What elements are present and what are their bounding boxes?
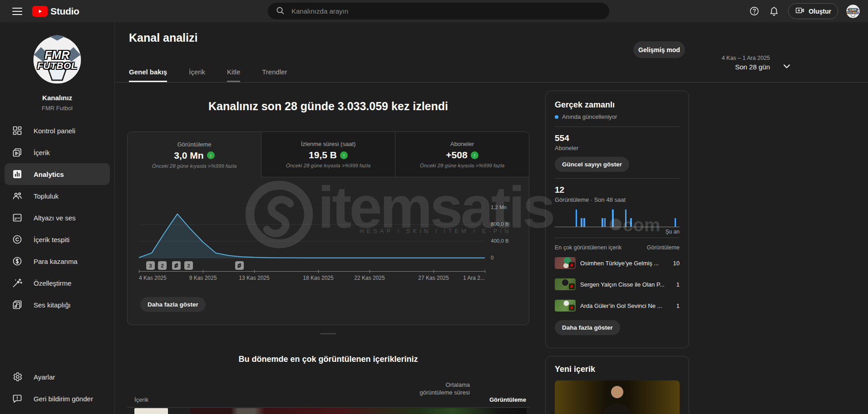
main-area: Kanal analizi Gelişmiş mod 4 Kas – 1 Ara… [115,22,868,414]
date-range: 4 Kas – 1 Ara 2025 [722,55,770,61]
shorts-icon [569,283,575,289]
video-thumbnail [555,278,576,290]
table-divider [127,407,529,408]
sidebar-item-para-kazanma[interactable]: Para kazanma [0,250,114,272]
tab-trendler[interactable]: Trendler [262,68,287,82]
sidebar-item-topluluk[interactable]: Topluluk [0,185,114,207]
up-arrow-icon: ↑ [340,151,348,159]
shorts-icon[interactable] [172,261,181,270]
views-48h-count: 12 [555,185,680,195]
sidebar-item-label: Ses kitaplığı [34,301,71,309]
realtime-list-item[interactable]: Arda Güler’in Gol Sevinci Ne ... 1 [555,297,680,315]
page-header: Kanal analizi Gelişmiş mod 4 Kas – 1 Ara… [115,22,868,83]
sidebar-item-label: Ayarlar [34,373,55,381]
sidebar-item-kontrol-paneli[interactable]: Kontrol paneli [0,120,114,141]
video-title: Arda Güler’in Gol Sevinci Ne ... [580,302,672,309]
realtime-bar [630,218,632,227]
sidebar-item-geri-bildirim-g-nder[interactable]: Geri bildirim gönder [0,388,114,409]
account-avatar[interactable]: FMR FUTBOL [846,5,860,18]
help-button[interactable] [748,5,760,17]
sidebar-item-i-erik[interactable]: İçerik [0,141,114,163]
metric-tab-g-r-nt-leme[interactable]: Görüntüleme 3,0 Mn ↑ Önceki 28 güne kıya… [128,132,261,177]
top-bar: Studio Oluştur [0,0,868,22]
settings-icon [12,371,23,382]
realtime-list-item[interactable]: Sergen Yalçın Cisse ile Olan P... 1 [555,275,680,293]
sidebar-item-i-erik-tespiti[interactable]: İçerik tespiti [0,229,114,250]
views-line-chart[interactable] [139,208,485,258]
video-published-marker[interactable]: 2 [184,261,193,270]
x-axis-tick [254,270,255,273]
realtime-bar [604,218,606,227]
brand-text: Studio [50,6,79,17]
column-header-views[interactable]: Görüntüleme [489,396,526,403]
metric-tab-i-zlenme-s-resi-saat[interactable]: İzlenme süresi (saat) 19,5 B ↑ Önceki 28… [261,132,395,177]
x-axis-line [139,271,485,272]
metric-tabs: Görüntüleme 3,0 Mn ↑ Önceki 28 güne kıya… [128,132,529,177]
x-axis-tick [139,270,139,273]
table-row[interactable] [191,408,527,414]
video-published-marker[interactable]: 2 [158,261,167,270]
page-title: Kanal analizi [129,31,197,44]
create-button[interactable]: Oluştur [788,3,838,19]
youtube-studio-analytics: Studio Oluştur [0,0,868,414]
sidebar-item-analytics[interactable]: Analytics [5,163,110,185]
date-range-selector[interactable]: 4 Kas – 1 Ara 2025 Son 28 gün [722,55,770,71]
y-axis-label: 400,0 B [491,238,509,244]
youtube-studio-logo[interactable]: Studio [32,6,79,17]
x-axis-label: 13 Kas 2025 [239,275,269,281]
live-status: Anında güncelleniyor [555,113,680,120]
sidebar-item-label: İçerik [34,149,50,156]
search-input[interactable] [291,7,602,15]
sidebar-item-altyaz-ve-ses[interactable]: Altyazı ve ses [0,207,114,229]
topbar-actions: Oluştur FMR FUTBOL [748,0,860,22]
tab-genel-bak[interactable]: Genel bakış [129,68,167,82]
video-published-marker[interactable]: 3 [146,261,155,270]
sidebar-item-label: Özelleştirme [34,279,71,287]
tab-i-erik[interactable]: İçerik [189,68,205,82]
video-thumbnail[interactable]: @FMRFutbol Ersini çağırdım sonra oturdu … [555,380,680,414]
sidebar-item-ses-kitapl[interactable]: Ses kitaplığı [0,294,114,316]
video-views: 1 [676,281,680,288]
menu-icon[interactable] [12,8,22,15]
realtime-list-item[interactable]: Osimhen Türkiye’ye Gelmiş ... 10 [555,254,680,272]
show-live-count-button[interactable]: Güncel sayıyı göster [555,157,629,172]
advanced-mode-button[interactable]: Gelişmiş mod [633,41,685,58]
content-area: Kanalınız son 28 günde 3.033.059 kez izl… [115,83,868,414]
video-views: 1 [676,302,680,309]
video-views: 10 [673,260,680,267]
up-arrow-icon: ↑ [471,151,478,159]
realtime-bar [581,218,582,227]
metric-value: 3,0 Mn [174,150,203,161]
avatar-text-line1: FMR [849,8,857,11]
analytics-icon [12,169,23,180]
sidebar-item-ayarlar[interactable]: Ayarlar [0,366,114,388]
search-bar[interactable] [268,3,609,19]
youtube-logo-icon [32,6,48,17]
column-header-content[interactable]: İçerik [134,396,148,403]
subscriber-label: Aboneler [555,145,680,151]
avatar-text-line1: FMR [44,49,70,61]
chevron-down-icon[interactable] [781,60,793,74]
sidebar-item-zelle-tirme[interactable]: Özelleştirme [0,272,114,294]
shorts-icon[interactable] [235,261,244,270]
copyright-icon [12,234,23,245]
x-axis-label: 1 Ara 2... [463,275,485,281]
subscriber-count: 554 [555,133,680,143]
show-more-button[interactable]: Daha fazla göster [140,297,206,312]
community-icon [12,190,23,201]
top-content-title: Bu dönemde en çok görüntülenen içerikler… [127,355,529,364]
tab-kitle[interactable]: Kitle [227,68,240,82]
metric-tab-aboneler[interactable]: Aboneler +508 ↑ Önceki 28 güne kıyasla >… [395,132,529,177]
x-axis-tick [434,270,434,273]
column-header-avg-duration[interactable]: Ortalama görüntüleme süresi [413,381,470,396]
shorts-icon [569,305,575,311]
top-content-list: Osimhen Türkiye’ye Gelmiş ... 10 Sergen … [555,254,680,315]
table-row-thumbnail[interactable] [134,408,168,414]
metric-label: Görüntüleme [177,141,211,148]
channel-avatar[interactable]: FMR FUTBOL [32,34,83,85]
realtime-bar-chart[interactable]: Şu an [555,207,680,235]
create-label: Oluştur [809,8,831,15]
notifications-bell-icon[interactable] [768,5,780,17]
show-more-button[interactable]: Daha fazla göster [555,320,620,335]
x-axis-label: 9 Kas 2025 [189,275,217,281]
